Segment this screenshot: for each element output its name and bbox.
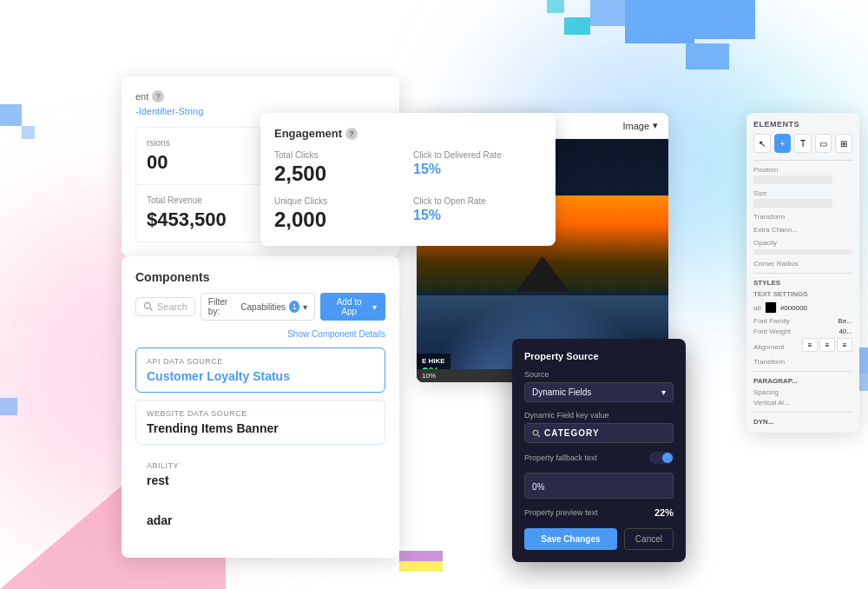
field-key-value: CATEGORY <box>544 428 600 438</box>
component-type-api: API DATA SOURCE <box>147 357 374 366</box>
scene: ent ? -Identifier-String rsions 00 age O… <box>0 0 868 589</box>
engagement-info-icon[interactable]: ? <box>345 128 358 140</box>
components-panel: Components Search Filter by: Capabilitie… <box>122 256 399 558</box>
divider-4 <box>753 412 852 413</box>
select-tool-button[interactable]: ↖ <box>753 134 771 153</box>
filter-text: Capabilities <box>240 302 286 312</box>
corner-section: Corner Radius <box>753 260 852 268</box>
text-settings-label: TEXT SETTINGS <box>753 290 852 298</box>
conversions-value: 00 <box>147 151 249 174</box>
svg-point-0 <box>145 303 151 309</box>
save-changes-button[interactable]: Save Changes <box>524 528 617 550</box>
font-family-value: Be... <box>838 317 852 325</box>
fallback-value-input[interactable]: 0% <box>524 473 674 499</box>
add-to-app-label: Add to App <box>329 297 369 316</box>
search-placeholder: Search <box>157 301 187 312</box>
text-tool-button[interactable]: T <box>794 134 812 153</box>
total-clicks-metric: Total Clicks 2,500 <box>274 150 403 186</box>
transform2-label: Transform <box>753 358 785 366</box>
font-family-row: Font Family Be... <box>753 317 852 325</box>
click-delivered-label: Click to Delivered Rate <box>413 150 542 160</box>
engagement-metrics-grid: Total Clicks 2,500 Click to Delivered Ra… <box>274 150 542 232</box>
component-name-adar: adar <box>147 513 374 527</box>
color-ab-label: ab <box>753 304 761 312</box>
position-input[interactable] <box>753 175 832 184</box>
preview-text-label: Property preview text <box>524 508 598 517</box>
elements-label: ELEMENTS <box>753 120 852 129</box>
components-search-box[interactable]: Search <box>135 297 195 316</box>
filter-label: Filter by: <box>208 297 237 316</box>
unique-clicks-metric: Unique Clicks 2,000 <box>274 196 403 232</box>
field-key-search[interactable]: CATEGORY <box>524 423 674 443</box>
fallback-value-text: 0% <box>532 482 544 492</box>
metric-conversions: rsions 00 <box>136 128 260 185</box>
component-item-adar[interactable]: adar <box>135 504 385 537</box>
engagement-title: Engagement <box>274 127 342 140</box>
engagement-card: Engagement ? Total Clicks 2,500 Click to… <box>260 113 556 246</box>
add-chevron-icon: ▾ <box>372 302 377 312</box>
preview-row: Property preview text 22% <box>524 507 674 518</box>
component-type-website: WEBSITE DATA SOURCE <box>147 409 374 418</box>
fallback-toggle-row: Property fallback text <box>524 452 674 464</box>
align-right-button[interactable]: ≡ <box>837 338 852 352</box>
component-name-customer-loyalty: Customer Loyalty Status <box>147 369 374 383</box>
divider-2 <box>753 273 852 274</box>
source-label: Source <box>524 370 674 379</box>
component-item-trending[interactable]: WEBSITE DATA SOURCE Trending Items Banne… <box>135 400 385 445</box>
add-to-app-button[interactable]: Add to App ▾ <box>320 293 385 321</box>
preview-dropdown-label: Image <box>622 121 649 131</box>
cancel-button[interactable]: Cancel <box>624 528 674 550</box>
analytics-info-icon[interactable]: ? <box>152 90 164 103</box>
component-name-trending: Trending Items Banner <box>147 421 374 435</box>
total-clicks-label: Total Clicks <box>274 150 403 160</box>
element-tool-icons: ↖ + T ▭ ⊞ <box>753 134 852 153</box>
align-left-button[interactable]: ≡ <box>802 338 818 352</box>
conversions-label: rsions <box>147 138 249 148</box>
component-item-customer-loyalty[interactable]: API DATA SOURCE Customer Loyalty Status <box>135 347 385 393</box>
align-center-button[interactable]: ≡ <box>819 338 835 352</box>
fallback-toggle[interactable] <box>649 452 674 464</box>
color-row: ab #000000 <box>753 301 852 314</box>
opacity-slider[interactable] <box>753 249 852 255</box>
transform-label: Transform <box>753 213 852 221</box>
click-open-value: 15% <box>413 208 542 223</box>
image-tool-button[interactable]: ▭ <box>815 134 832 153</box>
source-select[interactable]: Dynamic Fields ▾ <box>524 382 674 402</box>
unique-clicks-value: 2,000 <box>274 208 403 232</box>
click-delivered-value: 15% <box>413 162 542 177</box>
extra-section: Extra Chann... <box>753 226 852 234</box>
position-label: Position <box>753 166 852 174</box>
size-input[interactable] <box>753 199 832 208</box>
styles-label: STYLES <box>753 279 852 287</box>
alignment-row: Alignment ≡ ≡ ≡ <box>753 338 852 355</box>
divider-3 <box>753 371 852 372</box>
svg-line-1 <box>150 308 153 311</box>
opacity-section: Opacity <box>753 239 852 255</box>
color-swatch[interactable] <box>765 301 777 314</box>
font-weight-label: Font Weight <box>753 328 791 335</box>
components-title: Components <box>135 270 385 284</box>
transform-section: Transform <box>753 213 852 221</box>
click-open-label: Click to Open Rate <box>413 196 542 206</box>
field-key-label: Dynamic Field key value <box>524 411 674 420</box>
add-tool-button[interactable]: + <box>774 134 792 153</box>
source-select-value: Dynamic Fields <box>532 387 591 397</box>
hike-text: E HIKE <box>422 357 445 365</box>
modal-actions: Save Changes Cancel <box>524 528 674 550</box>
component-name-ability: rest <box>147 473 374 487</box>
divider-1 <box>753 160 852 161</box>
svg-point-2 <box>533 430 538 435</box>
font-family-label: Font Family <box>753 317 790 325</box>
vertical-align-row: Vertical Al... <box>753 399 852 407</box>
component-item-ability[interactable]: ABILITY rest <box>135 452 385 497</box>
crop-tool-button[interactable]: ⊞ <box>835 134 852 153</box>
filter-button[interactable]: Filter by: Capabilities 1 ▾ <box>201 293 315 321</box>
property-source-modal: Property Source Source Dynamic Fields ▾ … <box>512 339 686 562</box>
show-details-link[interactable]: Show Component Details <box>135 329 385 339</box>
preview-dropdown[interactable]: Image ▾ <box>622 120 658 131</box>
size-label: Size <box>753 189 852 197</box>
click-open-metric: Click to Open Rate 15% <box>413 196 542 232</box>
toggle-knob <box>662 453 673 463</box>
font-weight-value: 40... <box>838 328 852 335</box>
paragraph-label: PARAGRAP... <box>753 377 852 385</box>
